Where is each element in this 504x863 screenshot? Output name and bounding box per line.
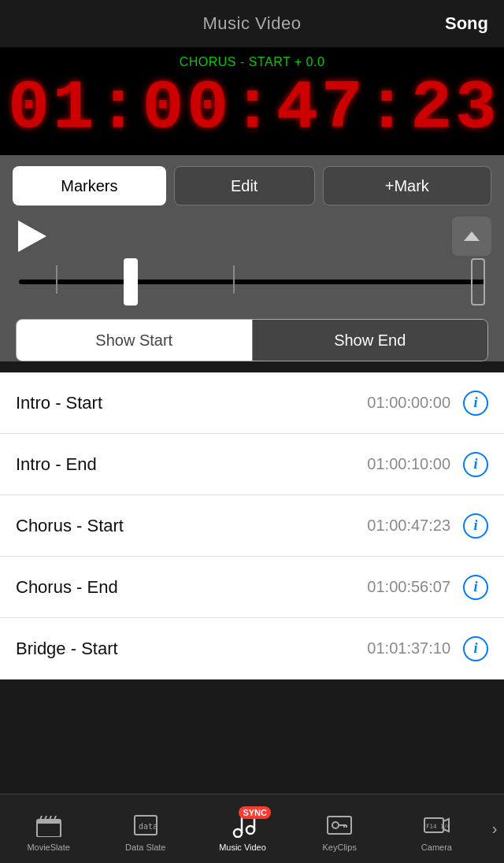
markers-list: Intro - Start01:00:00:00iIntro - End01:0… (0, 372, 504, 680)
camera-icon: F14 1/60 (422, 811, 450, 839)
marker-name-0: Intro - Start (16, 393, 367, 413)
scrubber-container (13, 280, 491, 319)
info-icon-3: i (473, 579, 477, 595)
timecode-label: CHORUS - START + 0.0 (8, 55, 496, 69)
edit-button[interactable]: Edit (174, 166, 315, 206)
movieslate-icon (35, 811, 63, 839)
marker-time-2: 01:00:47:23 (367, 517, 450, 535)
marker-info-button-1[interactable]: i (463, 452, 488, 477)
timecode-display: 01:00:47:23 (8, 74, 496, 143)
info-icon-0: i (473, 394, 477, 411)
mark-button[interactable]: +Mark (323, 166, 491, 206)
musicvideo-icon: SYNC (228, 811, 257, 839)
tick-mark-1 (56, 265, 57, 294)
play-triangle-icon (18, 220, 46, 252)
tab-keyclips-label: KeyClips (323, 843, 357, 852)
show-start-button[interactable]: Show Start (17, 320, 252, 361)
svg-rect-1 (37, 820, 61, 824)
svg-text:data: data (139, 822, 158, 831)
timecode-value: 01:00:47:23 (8, 69, 500, 147)
svg-point-9 (246, 826, 254, 834)
show-end-button[interactable]: Show End (252, 320, 488, 361)
marker-time-4: 01:01:37:10 (367, 639, 450, 657)
tab-movieslate-label: MovieSlate (27, 843, 69, 852)
app-header: Music Video Song (0, 0, 504, 47)
collapse-button[interactable] (452, 217, 491, 256)
marker-name-1: Intro - End (16, 454, 367, 475)
info-icon-1: i (473, 456, 477, 472)
marker-info-button-4[interactable]: i (463, 636, 488, 661)
toolbar-buttons: Markers Edit +Mark (13, 166, 491, 206)
tab-dataslate-label: Data Slate (125, 843, 165, 852)
marker-name-3: Chorus - End (16, 577, 367, 598)
tab-chevron-right[interactable]: › (485, 794, 504, 864)
scrubber-track[interactable] (19, 280, 485, 284)
tab-keyclips[interactable]: KeyClips (291, 794, 388, 863)
chevron-up-icon (464, 231, 480, 241)
playback-row (13, 217, 491, 256)
tab-movieslate[interactable]: MovieSlate (0, 794, 97, 863)
marker-row-1: Intro - End01:00:10:00i (0, 434, 504, 495)
marker-name-2: Chorus - Start (16, 516, 367, 536)
markers-button[interactable]: Markers (13, 166, 166, 206)
marker-info-button-0[interactable]: i (463, 391, 488, 416)
play-button[interactable] (13, 217, 52, 256)
marker-time-0: 01:00:00:00 (367, 394, 450, 412)
tab-camera[interactable]: F14 1/60 Camera (388, 794, 485, 863)
marker-name-4: Bridge - Start (16, 639, 367, 659)
svg-point-14 (332, 822, 339, 828)
dataslate-icon: data (132, 811, 160, 839)
tab-dataslate[interactable]: data Data Slate (97, 794, 194, 863)
tab-camera-label: Camera (421, 843, 452, 852)
tab-musicvideo[interactable]: SYNC Music Video (194, 794, 291, 863)
controls-section: Markers Edit +Mark Show Start Show End (0, 155, 504, 361)
marker-time-1: 01:00:10:00 (367, 455, 450, 473)
marker-time-3: 01:00:56:07 (367, 578, 450, 596)
tick-mark-2 (233, 265, 235, 294)
tab-musicvideo-label: Music Video (219, 843, 266, 852)
keyclips-icon (325, 811, 354, 839)
marker-info-button-2[interactable]: i (463, 513, 488, 539)
sync-badge: SYNC (239, 806, 271, 819)
marker-row-3: Chorus - End01:00:56:07i (0, 557, 504, 618)
marker-row-0: Intro - Start01:00:00:00i (0, 372, 504, 434)
svg-text:F14
1/60: F14 1/60 (426, 823, 450, 830)
header-title: Music Video (203, 13, 302, 34)
marker-row-2: Chorus - Start01:00:47:23i (0, 495, 504, 557)
song-button[interactable]: Song (445, 13, 488, 34)
marker-info-button-3[interactable]: i (463, 575, 488, 600)
tab-bar: MovieSlate data Data Slate SYNC Music Vi… (0, 794, 504, 863)
show-toggle: Show Start Show End (16, 319, 488, 361)
info-icon-2: i (473, 517, 477, 534)
marker-row-4: Bridge - Start01:01:37:10i (0, 618, 504, 680)
info-icon-4: i (473, 640, 477, 657)
timecode-section: CHORUS - START + 0.0 01:00:47:23 (0, 47, 504, 155)
svg-point-8 (234, 829, 242, 837)
scrubber-thumb[interactable] (124, 258, 138, 306)
scrubber-end-thumb[interactable] (471, 258, 485, 306)
